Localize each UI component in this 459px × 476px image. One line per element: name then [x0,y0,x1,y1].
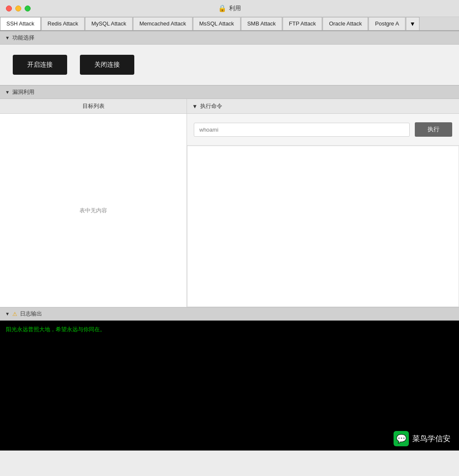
maximize-button[interactable] [25,6,31,11]
close-button[interactable] [6,6,12,11]
log-arrow-icon: ▼ [5,311,10,316]
tab-ssh-attack[interactable]: SSH Attack [0,17,41,31]
tab-redis-attack[interactable]: Redis Attack [41,17,85,30]
exploit-arrow-icon: ▼ [5,90,10,95]
target-panel-header: 目标列表 [0,99,187,114]
target-panel-empty: 表中无内容 [0,114,187,307]
tab-more-button[interactable]: ▼ [406,17,419,30]
minimize-button[interactable] [15,6,21,11]
tab-mysql-attack[interactable]: MySQL Attack [85,17,133,30]
command-output-area [187,146,459,307]
exploit-area: 目标列表 表中无内容 ▼ 执行命令 执行 [0,99,459,307]
command-arrow-icon: ▼ [192,103,198,110]
log-text: 阳光永远普照大地，希望永远与你同在。 [6,327,105,333]
log-section-label: 日志输出 [20,310,42,318]
feature-section-header: ▼ 功能选择 [0,31,459,45]
feature-section-label: 功能选择 [12,34,34,42]
titlebar: 🔒 利用 [0,0,459,17]
command-input-row: 执行 [187,114,459,146]
command-panel: ▼ 执行命令 执行 [187,99,459,307]
tab-memcached-attack[interactable]: Memcached Attack [133,17,193,30]
window-title: 🔒 利用 [218,4,241,12]
tab-ftp-attack[interactable]: FTP Attack [283,17,322,30]
exploit-section-header: ▼ 漏洞利用 [0,85,459,99]
title-icon: 🔒 [218,4,227,12]
close-connection-button[interactable]: 关闭连接 [80,55,134,75]
chevron-down-icon: ▼ [410,20,416,27]
window-controls[interactable] [6,6,31,11]
tab-smb-attack[interactable]: SMB Attack [241,17,282,30]
target-panel: 目标列表 表中无内容 [0,99,187,307]
command-input[interactable] [194,123,410,137]
watermark-label: 菜鸟学信安 [412,434,450,444]
watermark-area: 💬 菜鸟学信安 [0,427,459,451]
tab-postgre-attack[interactable]: Postgre A [368,17,405,30]
tab-bar: SSH Attack Redis Attack MySQL Attack Mem… [0,17,459,31]
log-output: 阳光永远普照大地，希望永远与你同在。 [0,321,459,427]
log-section-header: ▼ ⚠ 日志输出 [0,307,459,321]
title-text: 利用 [229,5,241,12]
wechat-symbol: 💬 [396,434,407,444]
feature-arrow-icon: ▼ [5,35,10,40]
command-panel-title: 执行命令 [200,102,222,110]
warning-icon: ⚠ [12,311,17,317]
target-panel-title: 目标列表 [82,103,105,109]
command-panel-header: ▼ 执行命令 [187,99,459,114]
wechat-icon: 💬 [394,431,409,446]
open-connection-button[interactable]: 开启连接 [13,55,67,75]
feature-area: 开启连接 关闭连接 [0,45,459,85]
tab-oracle-attack[interactable]: Oracle Attack [323,17,368,30]
target-empty-text: 表中无内容 [79,207,107,214]
exec-button[interactable]: 执行 [415,122,452,137]
exploit-section-label: 漏洞利用 [12,88,34,96]
tab-mssql-attack[interactable]: MsSQL Attack [193,17,241,30]
